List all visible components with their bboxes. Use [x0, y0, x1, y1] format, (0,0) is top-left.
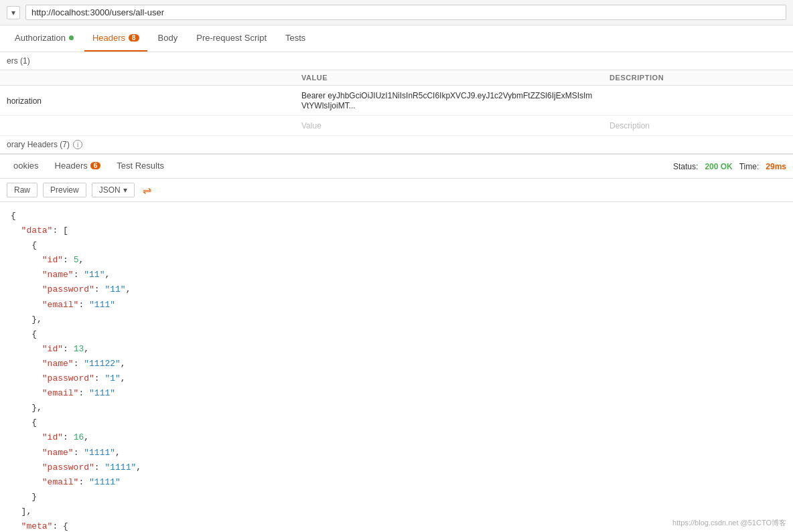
url-input[interactable] — [25, 5, 786, 20]
dropdown-arrow: ▾ — [11, 8, 15, 17]
status-value: 200 OK — [705, 162, 732, 171]
header-key-1: horization — [0, 86, 295, 116]
response-tabs: ookies Headers 6 Test Results Status: 20… — [0, 155, 793, 179]
header-key-2 — [0, 116, 295, 136]
authorization-dot — [69, 35, 74, 40]
tab-test-results[interactable]: Test Results — [110, 155, 171, 178]
filter-icon[interactable]: ⇌ — [140, 183, 155, 197]
headers-table: VALUE DESCRIPTION horization Bearer eyJh… — [0, 70, 793, 136]
temp-headers-label: orary Headers (7) — [7, 140, 70, 149]
time-label: Time: — [739, 162, 760, 171]
header-desc-1 — [603, 86, 793, 116]
response-headers-badge: 6 — [90, 162, 101, 169]
test-results-label: Test Results — [117, 161, 164, 171]
raw-button[interactable]: Raw — [7, 183, 38, 197]
tab-cookies[interactable]: ookies — [7, 155, 46, 178]
info-icon[interactable]: i — [73, 140, 82, 149]
col-header-description: DESCRIPTION — [603, 70, 793, 86]
tab-headers[interactable]: Headers 8 — [84, 25, 147, 52]
tab-authorization[interactable]: Authorization — [7, 25, 82, 52]
headers-label: Headers — [92, 33, 125, 43]
json-label: JSON — [99, 185, 121, 195]
url-bar: ▾ — [0, 0, 793, 25]
headers-badge: 8 — [129, 34, 139, 41]
col-header-value: VALUE — [295, 70, 603, 86]
tab-body[interactable]: Body — [150, 25, 186, 52]
status-label: Status: — [673, 162, 698, 171]
table-row: Value Description — [0, 116, 793, 136]
json-button[interactable]: JSON ▾ — [92, 183, 135, 197]
header-value-1: Bearer eyJhbGciOiJIUzI1NiIsInR5cCI6IkpXV… — [295, 86, 603, 116]
table-row: horization Bearer eyJhbGciOiJIUzI1NiIsIn… — [0, 86, 793, 116]
method-dropdown[interactable]: ▾ — [7, 6, 20, 19]
preview-button[interactable]: Preview — [43, 183, 86, 197]
request-headers-section: ers (1) VALUE DESCRIPTION horization Bea… — [0, 52, 793, 155]
cookies-label: ookies — [13, 161, 39, 171]
authorization-label: Authorization — [15, 33, 66, 43]
time-value: 29ms — [766, 162, 786, 171]
headers-section-label: ers (1) — [0, 52, 793, 70]
request-tabs: Authorization Headers 8 Body Pre-request… — [0, 25, 793, 52]
tab-pre-request-script[interactable]: Pre-request Script — [188, 25, 275, 52]
response-headers-label: Headers — [55, 161, 88, 171]
tests-label: Tests — [285, 33, 305, 43]
status-info: Status: 200 OK Time: 29ms — [673, 162, 786, 171]
watermark: https://blog.csdn.net @51CTO博客 — [672, 518, 786, 528]
tab-response-headers[interactable]: Headers 6 — [48, 155, 108, 178]
body-label: Body — [158, 33, 178, 43]
pre-request-label: Pre-request Script — [196, 33, 267, 43]
temp-headers-row: orary Headers (7) i — [0, 136, 793, 154]
header-value-2: Value — [295, 116, 603, 136]
body-toolbar: Raw Preview JSON ▾ ⇌ — [0, 179, 793, 202]
json-chevron: ▾ — [123, 185, 127, 195]
json-output: { "data": [ { "id": 5, "name": "11", "pa… — [0, 202, 793, 532]
tab-tests[interactable]: Tests — [277, 25, 313, 52]
col-header-key — [0, 70, 295, 86]
header-desc-2: Description — [603, 116, 793, 136]
